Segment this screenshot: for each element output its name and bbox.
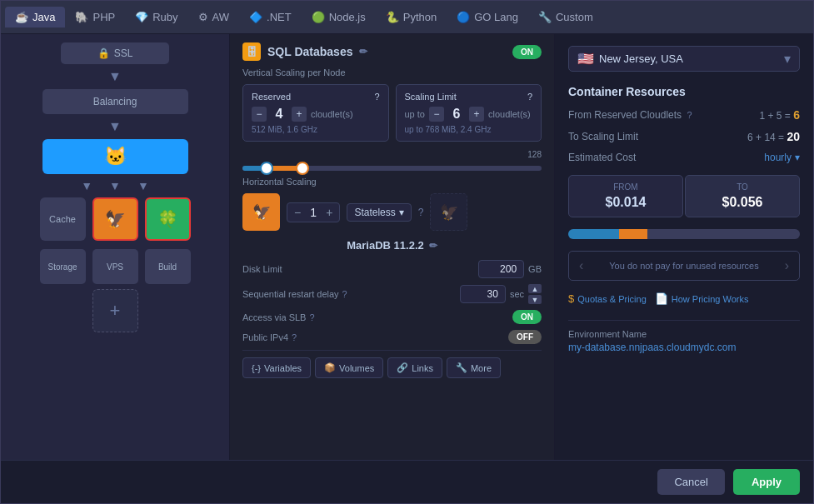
tab-net[interactable]: 🔷 .NET [239, 7, 302, 27]
seq-restart-spinner: ▲ ▼ [528, 284, 542, 304]
net-icon: 🔷 [249, 11, 262, 23]
panel-toggle[interactable]: ON [512, 45, 542, 59]
mariadb-node-2[interactable]: 🍀 [145, 197, 191, 241]
h-scaling-count: 1 [305, 206, 322, 219]
cancel-button[interactable]: Cancel [657, 469, 724, 495]
edit-icon[interactable]: ✏ [359, 46, 367, 57]
reserved-box: Reserved ? − 4 + cloudlet(s) 512 MiB, 1.… [242, 84, 389, 142]
python-icon: 🐍 [386, 11, 399, 23]
volumes-button[interactable]: 📦 Volumes [315, 357, 383, 378]
location-dropdown[interactable]: 🇺🇸 New Jersey, USA ▾ [568, 46, 800, 72]
tab-python[interactable]: 🐍 Python [376, 7, 447, 27]
location-label: New Jersey, USA [599, 52, 683, 65]
access-slb-help-icon[interactable]: ? [309, 312, 314, 322]
location-chevron-icon: ▾ [784, 51, 791, 67]
public-ipv4-toggle[interactable]: OFF [508, 330, 542, 344]
cat-node[interactable]: 🐱 [42, 139, 188, 174]
links-button[interactable]: 🔗 Links [387, 357, 442, 378]
db-name-edit-icon[interactable]: ✏ [429, 240, 437, 252]
quotas-label: Quotas & Pricing [577, 294, 647, 304]
disk-limit-unit: GB [528, 264, 542, 274]
custom-icon: 🔧 [538, 11, 552, 23]
slider-max-label: 128 [242, 150, 542, 159]
h-scaling-increment[interactable]: + [326, 206, 332, 219]
flag-icon: 🇺🇸 [577, 51, 594, 67]
how-pricing-link[interactable]: 📄 How Pricing Works [655, 292, 749, 305]
build-button[interactable]: Build [145, 249, 191, 284]
dollar-icon: $ [568, 292, 574, 305]
nodejs-icon: 🟢 [312, 11, 325, 23]
reserved-label: Reserved [252, 92, 291, 102]
slider-thumb-reserved[interactable] [260, 162, 273, 175]
quotas-pricing-link[interactable]: $ Quotas & Pricing [568, 292, 647, 305]
mariadb-node-1[interactable]: 🦅 [92, 197, 138, 241]
h-scaling-help-icon[interactable]: ? [418, 207, 424, 218]
to-price: $0.056 [692, 195, 792, 210]
stateless-dropdown[interactable]: Stateless ▾ [347, 203, 411, 222]
scaling-slider[interactable]: 128 [242, 150, 542, 168]
estimated-label: Estimated Cost [568, 152, 636, 163]
tab-go[interactable]: 🔵 GO Lang [447, 7, 528, 27]
apply-button[interactable]: Apply [733, 469, 800, 495]
panel-header: 🗄 SQL Databases ✏ ON [242, 42, 542, 61]
h-scaling-stepper: − 1 + [287, 202, 340, 222]
next-arrow-icon[interactable]: › [785, 258, 789, 273]
ssl-button[interactable]: 🔒 SSL [61, 42, 169, 64]
seq-restart-input[interactable] [460, 285, 506, 303]
scaling-limit-box: Scaling Limit ? up to − 6 + cloudlet(s) … [396, 84, 542, 142]
seq-restart-help-icon[interactable]: ? [342, 289, 347, 299]
cache-node[interactable]: Cache [40, 197, 86, 241]
slider-thumb-limit[interactable] [296, 162, 309, 175]
scaling-decrement[interactable]: − [429, 107, 444, 122]
disk-limit-row: Disk Limit GB [242, 260, 542, 278]
tab-php[interactable]: 🐘 PHP [65, 7, 125, 27]
seq-restart-row: Sequential restart delay ? sec ▲ ▼ [242, 284, 542, 304]
seq-restart-down[interactable]: ▼ [528, 295, 542, 304]
arrow-down-4-icon: ▼ [109, 179, 121, 192]
tab-java[interactable]: ☕ Java [5, 7, 65, 27]
reserved-decrement[interactable]: − [252, 107, 267, 122]
scaling-limit-help-icon[interactable]: ? [527, 92, 532, 102]
tab-custom[interactable]: 🔧 Custom [528, 7, 603, 27]
balancing-button[interactable]: Balancing [42, 89, 188, 114]
unused-note-text: You do not pay for unused resources [609, 261, 758, 271]
tab-php-label: PHP [92, 11, 115, 23]
tab-mw[interactable]: ⚙ AW [188, 7, 239, 27]
tab-nodejs[interactable]: 🟢 Node.js [302, 7, 376, 27]
reserved-help-icon[interactable]: ? [374, 92, 379, 102]
scaling-row: Reserved ? − 4 + cloudlet(s) 512 MiB, 1.… [242, 84, 542, 142]
price-boxes: FROM $0.014 TO $0.056 [568, 175, 800, 217]
reserved-increment[interactable]: + [292, 107, 307, 122]
location-left: 🇺🇸 New Jersey, USA [577, 51, 683, 67]
reserved-cloudlets-help-icon[interactable]: ? [687, 110, 692, 120]
h-scaling-decrement[interactable]: − [294, 206, 301, 219]
arrow-down-icon: ▼ [108, 69, 122, 84]
up-to-label: up to [405, 109, 425, 119]
tab-mw-label: AW [212, 11, 229, 23]
variables-button[interactable]: {-} Variables [242, 357, 311, 378]
seq-restart-up[interactable]: ▲ [528, 284, 542, 293]
stateless-chevron-icon: ▾ [399, 207, 404, 218]
reserved-cloudlets-math: 1 + 5 = [759, 110, 790, 122]
public-ipv4-help-icon[interactable]: ? [292, 332, 297, 342]
add-node-button[interactable]: + [92, 289, 138, 332]
more-button[interactable]: 🔧 More [447, 357, 501, 378]
vps-button[interactable]: VPS [92, 249, 138, 284]
access-slb-toggle[interactable]: ON [512, 310, 542, 324]
more-icon: 🔧 [456, 362, 467, 373]
pricing-doc-icon: 📄 [655, 292, 668, 305]
disk-limit-control: GB [478, 260, 542, 278]
scaling-cloudlet-label: cloudlet(s) [488, 109, 531, 119]
panel-title-text: SQL Databases [267, 45, 352, 58]
hourly-dropdown[interactable]: hourly ▾ [764, 152, 800, 163]
slider-track [242, 166, 542, 171]
h-scaling-header: Horizontal Scaling [242, 177, 542, 187]
storage-button[interactable]: Storage [40, 249, 86, 284]
tab-ruby[interactable]: 💎 Ruby [125, 7, 187, 27]
scaling-limit-total: 20 [787, 130, 800, 143]
from-price: $0.014 [576, 195, 676, 210]
prev-arrow-icon[interactable]: ‹ [579, 258, 583, 273]
scaling-increment[interactable]: + [469, 107, 484, 122]
disk-limit-input[interactable] [478, 260, 524, 278]
cat-icon: 🐱 [104, 146, 127, 167]
